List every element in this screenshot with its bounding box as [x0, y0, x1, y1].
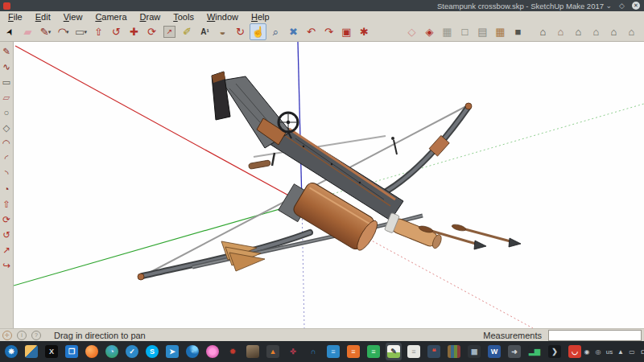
skype[interactable]: S — [144, 343, 160, 360]
maximize-button[interactable]: ◇ — [619, 0, 625, 11]
menu-item-help[interactable]: Help — [245, 11, 276, 23]
follow-me-tool[interactable]: ↺ — [108, 23, 125, 40]
red-burst-app[interactable]: ✹ — [225, 343, 241, 360]
tray-settings-icon[interactable]: ◎ — [594, 348, 602, 356]
text-tool[interactable]: A¹ — [196, 23, 213, 40]
desktop-pager[interactable] — [23, 343, 39, 360]
close-button[interactable]: ✕ — [632, 2, 640, 10]
dropdown-caret-icon[interactable]: ▾ — [66, 29, 69, 35]
wifi-icon[interactable]: ▲ — [617, 348, 625, 356]
front-view[interactable]: ⌂ — [570, 23, 587, 40]
move-tool[interactable]: ✚ — [126, 23, 142, 40]
document-blue[interactable]: ≡ — [325, 343, 341, 360]
shaded-textures-style[interactable]: ▦ — [492, 23, 509, 40]
minimize-button[interactable]: ⌄ — [606, 0, 613, 11]
previous-view-tool[interactable]: ↶ — [303, 23, 320, 40]
firefox[interactable] — [84, 343, 100, 360]
menu-item-edit[interactable]: Edit — [29, 11, 57, 23]
konsole[interactable]: ❯ — [547, 343, 563, 360]
line-tool[interactable]: ✎▾ — [37, 23, 54, 40]
tray-status-icon[interactable]: ◉ — [583, 348, 591, 356]
arc-tool[interactable]: ◠ — [1, 135, 13, 150]
rectangle-tool[interactable]: ▭ — [1, 74, 13, 89]
pink-orb-app[interactable] — [204, 343, 221, 360]
zoom-tool[interactable]: ⌕ — [267, 23, 284, 40]
share-model-tool[interactable]: ✱ — [356, 23, 373, 40]
dropdown-caret-icon[interactable]: ▾ — [48, 29, 52, 35]
robot-app[interactable]: ▲ — [265, 343, 281, 360]
eraser-tool[interactable]: ▰ — [19, 23, 36, 40]
wireframe-style[interactable]: ▦ — [439, 23, 456, 40]
push-pull-tool[interactable]: ⇧ — [1, 196, 13, 212]
geolocation-status-icon[interactable]: ✛ — [2, 331, 12, 340]
freehand-tool[interactable]: ∿ — [1, 59, 13, 74]
lock-icon[interactable]: Ω — [639, 348, 644, 356]
keyboard-layout[interactable]: us — [605, 348, 613, 356]
get-models-tool[interactable]: ▣ — [338, 23, 355, 40]
gray-launcher[interactable]: ➜ — [506, 343, 522, 360]
monochrome-style[interactable]: ■ — [510, 23, 526, 40]
hidden-line-style[interactable]: □ — [456, 23, 473, 40]
help-status-icon[interactable]: ? — [31, 331, 41, 340]
rotated-rectangle-tool[interactable]: ▱ — [1, 89, 13, 105]
document-white[interactable]: ≡ — [406, 343, 422, 360]
iso-view[interactable]: ⌂ — [535, 23, 551, 40]
rotate-tool[interactable]: ⟳ — [143, 23, 160, 40]
modeling-canvas[interactable] — [14, 42, 644, 328]
polygon-tool[interactable]: ◇ — [1, 120, 13, 135]
quote-app[interactable]: ❝ — [426, 343, 442, 360]
kde-launcher[interactable]: ❋ — [3, 343, 19, 360]
document-green[interactable]: ≡ — [365, 343, 382, 360]
orbit-tool[interactable]: ↻ — [232, 23, 249, 40]
sketchup-task[interactable]: ✎ — [386, 343, 402, 360]
word-processor[interactable]: W — [486, 343, 502, 360]
rotate-tool[interactable]: ⟳ — [1, 212, 13, 227]
menu-item-tools[interactable]: Tools — [167, 11, 200, 23]
sync-app[interactable]: ✓ — [124, 343, 140, 360]
xray-style[interactable]: ◇ — [403, 23, 420, 40]
rectangle-tool[interactable]: ▭▾ — [72, 23, 89, 40]
pan-tool[interactable]: ☝ — [250, 23, 266, 40]
xterm[interactable]: X — [43, 343, 60, 360]
zoom-extents-tool[interactable]: ✖ — [285, 23, 302, 40]
offset-tool[interactable]: ↪ — [1, 257, 13, 273]
menu-item-view[interactable]: View — [57, 11, 89, 23]
back-view[interactable]: ⌂ — [605, 23, 622, 40]
scale-tool[interactable]: ↗ — [1, 242, 13, 257]
spreadsheet-app[interactable]: ▦ — [466, 343, 482, 360]
library-app[interactable] — [446, 343, 462, 360]
push-pull-tool[interactable]: ⇧ — [90, 23, 107, 40]
globe-app[interactable]: ◦ — [184, 343, 200, 360]
cross-app[interactable]: ✜ — [285, 343, 301, 360]
circle-tool[interactable]: ○ — [1, 105, 13, 120]
two-point-arc-tool[interactable]: ◜ — [1, 150, 13, 166]
menu-item-file[interactable]: File — [2, 11, 29, 23]
back-edges-style[interactable]: ◈ — [421, 23, 438, 40]
messenger-app[interactable]: ➤ — [164, 343, 180, 360]
web-browser[interactable]: ◔ — [104, 343, 120, 360]
tape-measure-tool[interactable]: ✐ — [179, 23, 196, 40]
file-manager[interactable]: ❒ — [64, 343, 80, 360]
left-view[interactable]: ⌂ — [623, 23, 640, 40]
next-view-tool[interactable]: ↷ — [320, 23, 337, 40]
measurements-input[interactable] — [548, 330, 642, 341]
audio-app[interactable]: ∩ — [305, 343, 321, 360]
display-icon[interactable]: ▭ — [628, 348, 636, 356]
menu-item-camera[interactable]: Camera — [89, 11, 133, 23]
scale-tool[interactable]: ↗ — [161, 23, 178, 40]
wolf-app[interactable] — [245, 343, 261, 360]
shaded-style[interactable]: ▤ — [474, 23, 491, 40]
credit-status-icon[interactable]: i — [17, 331, 27, 340]
follow-me-tool[interactable]: ↺ — [1, 227, 13, 242]
arc-tool[interactable]: ◠▾ — [55, 23, 72, 40]
document-orange[interactable]: ≡ — [345, 343, 361, 360]
right-view[interactable]: ⌂ — [588, 23, 605, 40]
paint-bucket-tool[interactable]: ◒ — [214, 23, 231, 40]
system-monitor[interactable]: ▂▆ — [526, 343, 543, 360]
sketchup-app[interactable]: ◡ — [567, 343, 583, 360]
dropdown-caret-icon[interactable]: ▾ — [84, 29, 87, 35]
menu-item-draw[interactable]: Draw — [134, 11, 167, 23]
top-view[interactable]: ⌂ — [552, 23, 569, 40]
pie-tool[interactable]: ◔ — [1, 181, 13, 196]
select-tool[interactable]: ➤ — [2, 23, 19, 40]
